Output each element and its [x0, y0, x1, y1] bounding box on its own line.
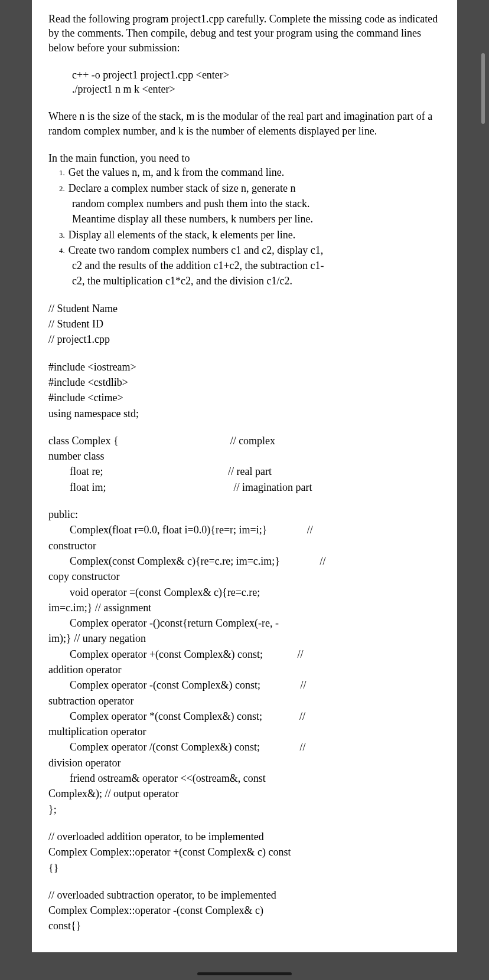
code-line: im=c.im;} // assignment [48, 601, 441, 615]
command-line-1: c++ -o project1 project1.cpp <enter> [72, 68, 441, 82]
code-line: {} [48, 861, 441, 875]
list-item-2-cont: Meantime display all these numbers, k nu… [48, 212, 441, 226]
list-number: 2. [59, 184, 65, 193]
include-ctime: #include <ctime> [48, 391, 441, 405]
list-item-1: 1.Get the values n, m, and k from the co… [48, 165, 441, 179]
comment-student-id: // Student ID [48, 317, 441, 331]
code-line: subtraction operator [48, 694, 441, 708]
main-function-section: In the main function, you need to 1.Get … [48, 151, 441, 289]
list-item-4-cont: c2 and the results of the addition c1+c2… [48, 258, 441, 273]
code-line: const{} [48, 919, 441, 933]
code-line: class Complex { // complex [48, 434, 441, 448]
scrollbar-track[interactable] [481, 0, 486, 952]
list-item-4-cont: c2, the multiplication c1*c2, and the di… [48, 274, 441, 288]
code-line: Complex Complex::operator -(const Comple… [48, 903, 441, 917]
code-line: Complex operator -(const Complex&) const… [48, 678, 441, 692]
comment-student-name: // Student Name [48, 301, 441, 316]
code-line: copy constructor [48, 569, 441, 584]
include-iostream: #include <iostream> [48, 360, 441, 374]
comment-filename: // project1.cpp [48, 332, 441, 346]
code-line: number class [48, 449, 441, 463]
list-number: 3. [59, 231, 65, 240]
code-line: friend ostream& operator <<(ostream&, co… [48, 771, 441, 785]
code-line: Complex operator *(const Complex&) const… [48, 709, 441, 723]
code-line: Complex operator -()const{return Complex… [48, 616, 441, 630]
command-line-2: ./project1 n m k <enter> [72, 82, 441, 96]
code-line: Complex(const Complex& c){re=c.re; im=c.… [48, 554, 441, 568]
code-line: void operator =(const Complex& c){re=c.r… [48, 585, 441, 599]
code-line: addition operator [48, 663, 441, 677]
code-line: public: [48, 507, 441, 522]
using-namespace: using namespace std; [48, 407, 441, 421]
list-item-2-cont: random complex numbers and push them int… [48, 196, 441, 211]
code-line: division operator [48, 756, 441, 770]
code-line: multiplication operator [48, 725, 441, 739]
list-item-4: 4.Create two random complex numbers c1 a… [48, 243, 441, 257]
scrollbar-thumb[interactable] [481, 53, 485, 124]
list-text: Display all elements of the stack, k ele… [69, 229, 295, 241]
code-line: // overloaded addition operator, to be i… [48, 830, 441, 844]
list-text: Declare a complex number stack of size n… [69, 182, 296, 194]
document-page: Read the following program project1.cpp … [32, 0, 457, 952]
command-block: c++ -o project1 project1.cpp <enter> ./p… [48, 68, 441, 97]
overload-addition-block: // overloaded addition operator, to be i… [48, 830, 441, 875]
comment-header-block: // Student Name // Student ID // project… [48, 301, 441, 347]
list-number: 4. [59, 246, 65, 255]
code-line: Complex&); // output operator [48, 786, 441, 801]
list-text: Create two random complex numbers c1 and… [69, 244, 323, 256]
class-decl-block: class Complex { // complex number class … [48, 434, 441, 494]
code-line: im);} // unary negation [48, 631, 441, 645]
list-number: 1. [59, 168, 65, 177]
code-line: constructor [48, 539, 441, 553]
code-line: Complex operator /(const Complex&) const… [48, 740, 441, 754]
code-line: Complex(float r=0.0, float i=0.0){re=r; … [48, 523, 441, 537]
code-line: float re; // real part [48, 464, 441, 478]
intro-paragraph: Read the following program project1.cpp … [48, 12, 441, 55]
code-line: float im; // imagination part [48, 480, 441, 494]
public-block: public: Complex(float r=0.0, float i=0.0… [48, 507, 441, 817]
code-line: Complex Complex::operator +(const Comple… [48, 845, 441, 859]
include-cstdlib: #include <cstdlib> [48, 375, 441, 389]
code-line: // overloaded subtraction operator, to b… [48, 888, 441, 902]
code-line: Complex operator +(const Complex&) const… [48, 647, 441, 661]
where-paragraph: Where n is the size of the stack, m is t… [48, 109, 441, 138]
overload-subtraction-block: // overloaded subtraction operator, to b… [48, 888, 441, 933]
includes-block: #include <iostream> #include <cstdlib> #… [48, 360, 441, 421]
list-text: Get the values n, m, and k from the comm… [69, 166, 284, 178]
code-line: }; [48, 802, 441, 817]
list-item-2: 2.Declare a complex number stack of size… [48, 181, 441, 195]
list-item-3: 3.Display all elements of the stack, k e… [48, 228, 441, 242]
main-intro: In the main function, you need to [48, 151, 441, 165]
